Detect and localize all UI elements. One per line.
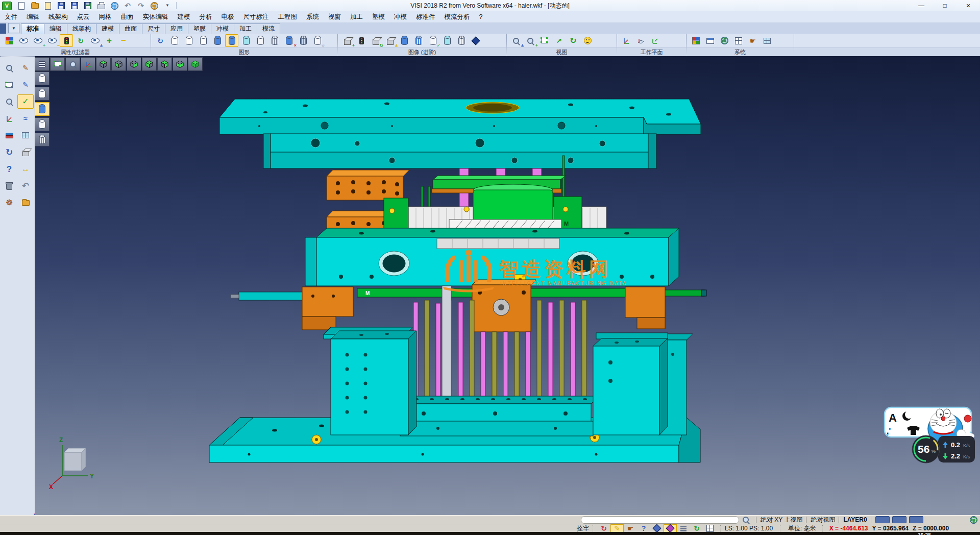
lock-toggle[interactable]: 拴牢 xyxy=(577,524,589,533)
curve-pencil-icon[interactable]: ≈ xyxy=(17,111,34,126)
tab-standard[interactable]: 标准 xyxy=(21,23,44,34)
status-export-box-icon[interactable] xyxy=(650,524,664,533)
quickbar-dropdown-icon[interactable]: ▼ xyxy=(161,1,174,11)
cylinder-wireframe3-icon[interactable] xyxy=(197,34,210,47)
view-cube-iso-icon[interactable] xyxy=(188,57,203,71)
tab-mould[interactable]: 塑膜 xyxy=(188,23,211,34)
menu-modeling[interactable]: 建模 xyxy=(173,12,195,22)
view-mode-label[interactable]: 绝对 XY 上视图 xyxy=(761,516,802,524)
refresh-graphics-icon[interactable]: ↻ xyxy=(154,34,167,47)
menu-electrode[interactable]: 电极 xyxy=(217,12,239,22)
view-cube-back-icon[interactable] xyxy=(173,57,187,71)
open-folder-icon[interactable] xyxy=(17,196,34,210)
shading-wireframe-icon[interactable] xyxy=(35,71,50,85)
zoom-arrow-icon[interactable]: ↗ xyxy=(552,34,566,47)
punctuation-icon[interactable]: ,' xyxy=(887,427,891,435)
sketch-pencil-icon[interactable]: ✎ xyxy=(17,78,34,92)
measure-distance-icon[interactable]: ↔ xyxy=(17,162,34,176)
traffic-filter-icon[interactable] xyxy=(60,34,73,47)
tab-dimension[interactable]: 尺寸 xyxy=(142,23,165,34)
middle-plate[interactable] xyxy=(305,228,679,286)
tab-modeling[interactable]: 建模 xyxy=(96,23,119,34)
tab-application[interactable]: 应用 xyxy=(165,23,188,34)
workplane-plane-icon[interactable] xyxy=(634,34,647,47)
solid-cube-icon[interactable] xyxy=(17,145,34,159)
tab-dropdown-icon[interactable]: ▼ xyxy=(8,23,19,33)
zoom-plusminus-icon[interactable]: ± xyxy=(509,34,523,47)
zoom-fit-icon[interactable] xyxy=(538,34,551,47)
cylinder-hatched-icon[interactable] xyxy=(268,34,281,47)
undo-arrow-icon[interactable]: ↶ xyxy=(17,179,34,193)
view-cube-front-icon[interactable] xyxy=(157,57,172,71)
status-layers-icon[interactable] xyxy=(677,524,690,533)
3d-viewport[interactable]: M xyxy=(35,56,980,516)
filter-palette-icon[interactable] xyxy=(3,34,16,47)
right-support-block[interactable] xyxy=(593,333,693,435)
view-menu-icon[interactable] xyxy=(35,57,50,71)
cylinder-shaded-blue-icon[interactable] xyxy=(211,34,224,47)
save-icon[interactable] xyxy=(55,1,68,11)
tab-edit[interactable]: 编辑 xyxy=(44,23,67,34)
close-button[interactable]: × xyxy=(957,0,980,11)
attributes-books-icon[interactable] xyxy=(1,128,17,142)
shading-shaded-icon[interactable] xyxy=(35,102,50,116)
menu-drawing[interactable]: 工程图 xyxy=(274,12,302,22)
undo-icon[interactable]: ↶ xyxy=(121,1,134,11)
shade-cylinder-striped-icon[interactable] xyxy=(412,34,425,47)
cylinder-copy-icon[interactable] xyxy=(297,34,310,47)
top-clamp-plate[interactable] xyxy=(219,99,701,134)
status-help-icon[interactable]: ? xyxy=(637,524,650,533)
erase-pencil-icon[interactable]: ✎× xyxy=(17,61,34,75)
menu-standard-parts[interactable]: 标准件 xyxy=(411,12,440,22)
color-swatch-1[interactable] xyxy=(875,516,890,523)
ucs-axes-icon[interactable] xyxy=(1,111,17,126)
workplane-move-icon[interactable] xyxy=(648,34,662,47)
help-question-icon[interactable]: ? xyxy=(1,162,17,176)
show-hide-toggle-icon[interactable]: ± xyxy=(88,34,102,47)
system-table-icon[interactable] xyxy=(732,34,745,47)
solid-plusminus-icon[interactable]: ± xyxy=(383,34,397,47)
tab-flow[interactable]: 模流 xyxy=(257,23,280,34)
validate-check-icon[interactable]: ✓ xyxy=(17,94,34,109)
view-cube-left-icon[interactable] xyxy=(142,57,157,71)
status-search-icon[interactable] xyxy=(739,516,752,524)
cylinder-delete-icon[interactable]: × xyxy=(282,34,296,47)
status-wand-icon[interactable]: ✎ xyxy=(610,524,624,533)
cylinder-settings-icon[interactable]: ☼ xyxy=(311,34,324,47)
menu-flow-analysis[interactable]: 模流分析 xyxy=(440,12,475,22)
cylinder-white-icon[interactable] xyxy=(254,34,267,47)
regen-filter-icon[interactable]: ↻ xyxy=(74,34,87,47)
add-filter-icon[interactable]: + xyxy=(103,34,116,47)
system-colors-icon[interactable] xyxy=(689,34,702,47)
upper-plates[interactable] xyxy=(263,134,656,168)
navigation-wheel-icon[interactable]: ☸ xyxy=(1,196,17,210)
shade-cylinder-hatched-icon[interactable] xyxy=(455,34,468,47)
menu-window[interactable]: 视窗 xyxy=(324,12,346,22)
tab-progress[interactable]: 冲模 xyxy=(211,23,234,34)
preview-globe-icon[interactable] xyxy=(108,1,121,11)
view-cube-right-icon[interactable] xyxy=(127,57,141,71)
view-cube-bottom-icon[interactable] xyxy=(111,57,126,71)
zoom-filter-icon[interactable]: ± xyxy=(1,94,17,109)
system-settings-globe-icon[interactable] xyxy=(718,34,731,47)
menu-mesh[interactable]: 网格 xyxy=(94,12,116,22)
open-file-icon[interactable] xyxy=(28,1,41,11)
layer-indicator[interactable]: LAYER0 xyxy=(843,516,867,523)
display-copy-icon[interactable] xyxy=(17,34,30,47)
render-smiley-icon[interactable] xyxy=(581,34,594,47)
minimize-button[interactable]: — xyxy=(910,0,933,11)
menu-wireframe[interactable]: 线架构 xyxy=(44,12,72,22)
solid-traffic-icon[interactable] xyxy=(355,34,368,47)
status-refresh-red-icon[interactable]: ↻ xyxy=(597,524,610,533)
menu-progress[interactable]: 冲模 xyxy=(389,12,411,22)
scale-indicator[interactable]: LS: 1.00 PS: 1.00 xyxy=(725,525,773,532)
solid-refresh-icon[interactable]: ↻ xyxy=(369,34,382,47)
left-support-block[interactable] xyxy=(324,327,416,435)
ejector-plates[interactable] xyxy=(400,396,599,436)
window-glass-icon[interactable] xyxy=(17,128,34,142)
status-grid-icon[interactable] xyxy=(703,524,717,533)
remove-filter-icon[interactable]: − xyxy=(117,34,130,47)
hide-entities-icon[interactable]: − xyxy=(45,34,59,47)
cylinder-shaded-active-icon[interactable] xyxy=(225,34,238,47)
desktop-overlay-widget[interactable]: A ,' xyxy=(880,402,978,472)
